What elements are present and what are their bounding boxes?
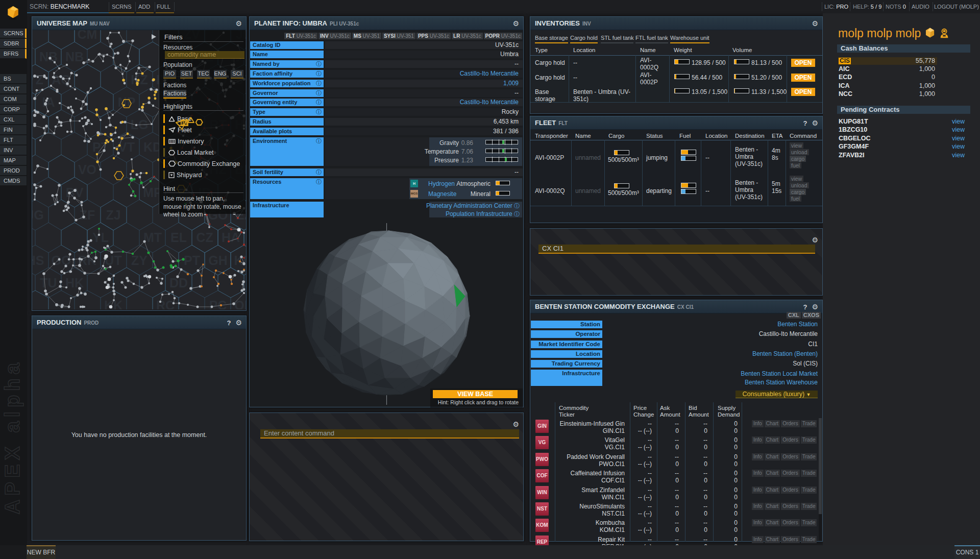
svg-text:NB: NB: [65, 50, 84, 64]
svg-text:DD: DD: [169, 276, 188, 290]
svg-text:CM: CM: [78, 30, 97, 41]
svg-text:YL: YL: [92, 230, 109, 245]
svg-text:MT: MT: [143, 230, 162, 245]
svg-text:NP: NP: [118, 95, 136, 109]
svg-text:GH: GH: [208, 253, 228, 268]
svg-text:CZ: CZ: [196, 230, 213, 245]
svg-text:HK: HK: [65, 276, 84, 290]
svg-text:GO: GO: [52, 253, 71, 268]
svg-text:ZY: ZY: [131, 253, 148, 268]
svg-text:IA: IA: [42, 95, 55, 109]
svg-text:HA: HA: [222, 230, 240, 245]
svg-text:EL: EL: [170, 230, 187, 245]
svg-text:ZJ: ZJ: [106, 208, 120, 222]
svg-text:OH: OH: [234, 298, 246, 309]
svg-text:TU: TU: [40, 276, 57, 290]
svg-text:ZF: ZF: [80, 208, 95, 222]
svg-text:PT: PT: [184, 253, 200, 268]
svg-text:VO: VO: [78, 162, 96, 177]
svg-text:JG: JG: [32, 208, 44, 222]
svg-text:YZ: YZ: [32, 72, 43, 87]
svg-text:RC: RC: [156, 298, 175, 309]
svg-text:HS: HS: [32, 253, 44, 268]
